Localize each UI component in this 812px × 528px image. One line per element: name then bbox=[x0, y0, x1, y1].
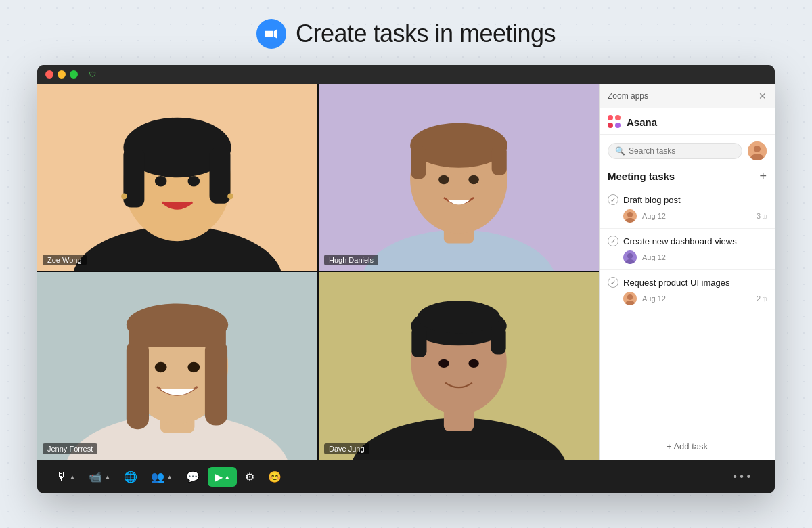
svg-rect-5 bbox=[123, 148, 144, 207]
asana-dot-4 bbox=[615, 123, 621, 128]
mic-icon: 🎙 bbox=[56, 470, 67, 483]
share-button[interactable]: ▶ ▲ bbox=[208, 467, 237, 487]
task-title-1: Draft blog post bbox=[623, 195, 681, 205]
task-avatar-3 bbox=[623, 292, 637, 305]
add-task-row[interactable]: + Add task bbox=[600, 433, 775, 460]
participants-button[interactable]: 👥 ▲ bbox=[145, 467, 178, 487]
asana-logo-icon bbox=[608, 115, 621, 129]
svg-point-28 bbox=[155, 362, 167, 372]
zoom-apps-label: Zoom apps bbox=[608, 91, 648, 101]
svg-point-7 bbox=[155, 176, 167, 186]
close-button[interactable] bbox=[45, 70, 53, 79]
svg-rect-16 bbox=[411, 146, 426, 179]
title-bar: 🛡 bbox=[37, 65, 775, 84]
task-avatar-2 bbox=[623, 250, 637, 264]
subtask-count-1: 3 bbox=[757, 212, 761, 220]
task-subtasks-3: 2 ⎅ bbox=[757, 294, 767, 303]
chat-button[interactable]: 💬 bbox=[181, 467, 205, 487]
sidebar-topbar: Zoom apps ✕ bbox=[600, 84, 775, 108]
meeting-body: Zoe Wong 00:38 ⊞ bbox=[37, 84, 775, 460]
video-chevron-icon: ▲ bbox=[105, 474, 110, 480]
task-date-3: Aug 12 bbox=[642, 294, 666, 303]
minimize-button[interactable] bbox=[58, 70, 66, 79]
task-item-2[interactable]: ✓ Create new dashboard views Aug 12 bbox=[600, 229, 775, 270]
svg-rect-17 bbox=[492, 146, 507, 175]
svg-point-47 bbox=[627, 253, 633, 259]
mic-button[interactable]: 🎙 ▲ bbox=[51, 467, 81, 486]
asana-app-header: Asana bbox=[600, 108, 775, 135]
svg-point-44 bbox=[627, 212, 633, 217]
task-check-icon-2[interactable]: ✓ bbox=[608, 236, 618, 246]
portrait-zoe bbox=[37, 84, 317, 271]
task-title-row-2: ✓ Create new dashboard views bbox=[608, 236, 767, 246]
meeting-tasks-header: Meeting tasks + bbox=[600, 167, 775, 188]
svg-point-37 bbox=[418, 301, 500, 334]
subtask-icon-1: ⎅ bbox=[763, 213, 767, 220]
search-input-wrap[interactable]: 🔍 bbox=[608, 143, 742, 159]
zoom-logo-icon bbox=[256, 19, 286, 49]
page-title: Create tasks in meetings bbox=[296, 20, 556, 48]
task-title-row-3: ✓ Request product UI images bbox=[608, 277, 767, 288]
subtask-icon-3: ⎅ bbox=[763, 295, 767, 303]
shield-icon: 🛡 bbox=[89, 70, 96, 79]
user-avatar bbox=[748, 141, 767, 160]
reactions-icon: 😊 bbox=[268, 470, 281, 483]
video-button[interactable]: 📹 ▲ bbox=[83, 467, 116, 487]
svg-rect-25 bbox=[205, 340, 227, 426]
page-header: Create tasks in meetings bbox=[0, 0, 812, 65]
task-meta-row-2: Aug 12 bbox=[608, 250, 767, 264]
participant-name-jenny: Jenny Forrest bbox=[43, 443, 97, 454]
task-item-3[interactable]: ✓ Request product UI images Aug 12 2 ⎅ bbox=[600, 270, 775, 311]
task-date-2: Aug 12 bbox=[642, 253, 666, 261]
participant-name-zoe: Zoe Wong bbox=[43, 255, 87, 265]
task-title-3: Request product UI images bbox=[623, 278, 730, 288]
more-icon: • • • bbox=[727, 467, 756, 486]
svg-point-18 bbox=[438, 175, 449, 184]
video-grid: Zoe Wong 00:38 ⊞ bbox=[37, 84, 599, 460]
chat-icon: 💬 bbox=[186, 470, 200, 483]
security-shield: 🛡 bbox=[89, 70, 96, 79]
task-check-icon-3[interactable]: ✓ bbox=[608, 277, 618, 288]
apps-button[interactable]: ⚙ bbox=[240, 467, 260, 487]
task-date-1: Aug 12 bbox=[642, 212, 666, 220]
svg-point-8 bbox=[187, 176, 200, 186]
svg-rect-27 bbox=[129, 325, 226, 347]
participants-chevron-icon: ▲ bbox=[167, 474, 173, 480]
video-icon: 📹 bbox=[89, 470, 102, 483]
participant-name-hugh: Hugh Daniels bbox=[324, 255, 378, 265]
participants-icon: 👥 bbox=[151, 470, 164, 483]
task-title-row-1: ✓ Draft blog post bbox=[608, 194, 767, 205]
globe-icon: 🌐 bbox=[124, 470, 137, 483]
more-button[interactable]: • • • bbox=[722, 464, 761, 489]
portrait-dave bbox=[319, 272, 599, 459]
add-task-label: + Add task bbox=[667, 441, 708, 452]
asana-sidebar: Zoom apps ✕ Asana 🔍 bbox=[599, 84, 775, 460]
portrait-jenny bbox=[37, 272, 317, 459]
search-input[interactable] bbox=[629, 146, 735, 156]
add-task-plus-button[interactable]: + bbox=[759, 170, 767, 182]
meeting-toolbar: 🎙 ▲ 📹 ▲ 🌐 👥 ▲ 💬 ▶ ▲ ⚙ 😊 • • bbox=[37, 460, 775, 493]
close-sidebar-button[interactable]: ✕ bbox=[759, 91, 767, 101]
svg-rect-35 bbox=[411, 326, 426, 357]
asana-app-name: Asana bbox=[627, 116, 657, 128]
task-check-icon-1[interactable]: ✓ bbox=[608, 194, 618, 205]
subtask-count-3: 2 bbox=[757, 294, 761, 303]
asana-dot-2 bbox=[615, 115, 621, 120]
task-item-1[interactable]: ✓ Draft blog post Aug 12 3 ⎅ bbox=[600, 188, 775, 229]
mic-chevron-icon: ▲ bbox=[70, 474, 75, 480]
video-cell-zoe: Zoe Wong bbox=[37, 84, 317, 271]
apps-icon: ⚙ bbox=[245, 470, 254, 483]
task-meta-row-1: Aug 12 3 ⎅ bbox=[608, 209, 767, 223]
task-avatar-1 bbox=[623, 209, 637, 223]
asana-dot-3 bbox=[608, 123, 613, 128]
svg-point-41 bbox=[754, 146, 761, 152]
asana-dot-1 bbox=[608, 115, 613, 120]
maximize-button[interactable] bbox=[70, 70, 78, 79]
svg-point-38 bbox=[438, 359, 449, 368]
svg-point-10 bbox=[227, 193, 233, 199]
search-icon: 🔍 bbox=[615, 146, 625, 156]
svg-rect-6 bbox=[210, 148, 231, 204]
svg-point-29 bbox=[187, 362, 200, 372]
reactions-button[interactable]: 😊 bbox=[263, 467, 287, 487]
globe-button[interactable]: 🌐 bbox=[118, 467, 143, 487]
